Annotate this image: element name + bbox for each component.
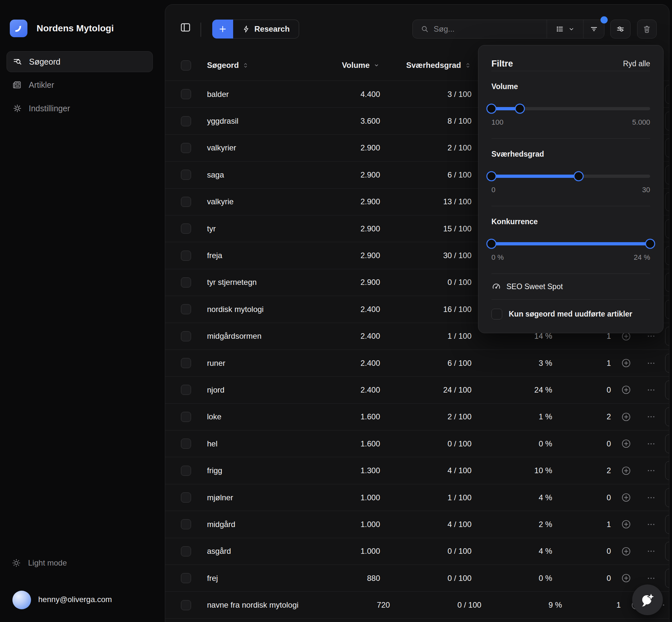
row-menu-button[interactable]	[641, 439, 661, 448]
add-article-button[interactable]	[611, 412, 641, 422]
user-avatar[interactable]	[12, 591, 31, 609]
table-row: runer 2.400 6 / 100 3 % 1	[165, 350, 669, 377]
row-edge-button[interactable]	[665, 569, 669, 588]
row-menu-button[interactable]	[641, 493, 661, 502]
theme-toggle[interactable]: Light mode	[12, 558, 67, 567]
column-header-volume[interactable]: Volume	[289, 61, 380, 70]
row-checkbox[interactable]	[181, 331, 191, 341]
slider-min-label: 0	[491, 186, 495, 194]
row-edge-button[interactable]	[665, 434, 669, 453]
row-checkbox[interactable]	[181, 197, 191, 207]
row-edge-button[interactable]	[665, 246, 669, 265]
sort-both-icon	[242, 62, 249, 69]
volume-cell: 2.400	[289, 385, 380, 394]
assistant-button[interactable]	[632, 584, 663, 615]
row-menu-button[interactable]	[641, 359, 661, 368]
row-edge-button[interactable]	[665, 327, 669, 346]
row-edge-button[interactable]	[665, 273, 669, 292]
display-settings-button[interactable]	[610, 20, 631, 38]
row-edge-button[interactable]	[665, 300, 669, 319]
row-menu-button[interactable]	[641, 466, 661, 475]
row-checkbox[interactable]	[181, 519, 191, 529]
row-edge-button[interactable]	[665, 112, 669, 131]
ellipsis-icon	[646, 547, 656, 556]
sidebar-item-articles[interactable]: Artikler	[6, 74, 153, 95]
add-article-button[interactable]	[611, 492, 641, 503]
difficulty-cell: 6 / 100	[380, 359, 472, 368]
slider-knob-min[interactable]	[486, 171, 497, 181]
search-input[interactable]	[434, 25, 547, 34]
competition-cell: 9 %	[481, 600, 562, 610]
select-all-checkbox[interactable]	[181, 60, 191, 70]
plus-circle-icon	[621, 546, 631, 556]
row-checkbox[interactable]	[181, 439, 191, 449]
row-checkbox[interactable]	[181, 600, 191, 610]
row-checkbox[interactable]	[181, 304, 191, 314]
column-header-difficulty[interactable]: Sværhedsgrad	[380, 61, 472, 70]
view-mode-button[interactable]	[547, 20, 583, 38]
row-checkbox[interactable]	[181, 170, 191, 180]
row-edge-button[interactable]	[665, 354, 669, 373]
column-header-keyword[interactable]: Søgeord	[207, 61, 289, 70]
row-checkbox[interactable]	[181, 358, 191, 368]
row-menu-button[interactable]	[641, 520, 661, 529]
slider-knob-min[interactable]	[486, 239, 497, 249]
row-checkbox[interactable]	[181, 412, 191, 422]
row-edge-button[interactable]	[665, 488, 669, 507]
sidebar-item-label: Søgeord	[29, 57, 60, 67]
row-menu-button[interactable]	[641, 574, 661, 583]
add-article-button[interactable]	[611, 358, 641, 368]
volume-cell: 880	[289, 574, 380, 583]
row-checkbox[interactable]	[181, 116, 191, 126]
filter-button[interactable]	[583, 20, 604, 38]
row-checkbox[interactable]	[181, 466, 191, 476]
row-checkbox[interactable]	[181, 492, 191, 503]
unwritten-articles-checkbox[interactable]	[491, 309, 502, 319]
row-edge-button[interactable]	[665, 192, 669, 211]
add-article-button[interactable]	[611, 385, 641, 395]
slider-knob-max[interactable]	[645, 239, 655, 249]
slider-knob-max[interactable]	[515, 103, 525, 113]
research-button[interactable]: Research	[233, 20, 299, 38]
sidebar-toggle-button[interactable]	[180, 21, 193, 34]
row-checkbox[interactable]	[181, 89, 191, 99]
row-checkbox[interactable]	[181, 223, 191, 234]
row-edge-button[interactable]	[665, 85, 669, 104]
row-checkbox[interactable]	[181, 251, 191, 261]
row-menu-button[interactable]	[641, 547, 661, 556]
sidebar-item-settings[interactable]: Indstillinger	[6, 98, 153, 119]
row-menu-button[interactable]	[641, 412, 661, 421]
row-edge-button[interactable]	[665, 515, 669, 534]
add-keyword-button[interactable]	[212, 20, 233, 38]
row-menu-button[interactable]	[641, 385, 661, 394]
clear-all-filters-button[interactable]: Ryd alle	[623, 59, 650, 68]
plus-circle-icon	[621, 573, 631, 583]
row-checkbox[interactable]	[181, 385, 191, 395]
sidebar-item-keywords[interactable]: Søgeord	[6, 51, 153, 72]
row-checkbox[interactable]	[181, 143, 191, 153]
add-article-button[interactable]	[611, 573, 641, 583]
add-article-button[interactable]	[611, 519, 641, 529]
row-edge-button[interactable]	[665, 219, 669, 238]
row-checkbox[interactable]	[181, 546, 191, 556]
row-edge-button[interactable]	[665, 407, 669, 426]
row-edge-button[interactable]	[665, 461, 669, 480]
slider-knob-min[interactable]	[486, 103, 497, 113]
row-edge-button[interactable]	[665, 542, 669, 561]
sliders-icon	[616, 25, 625, 34]
delete-button[interactable]	[637, 20, 657, 38]
row-edge-button[interactable]	[665, 138, 669, 157]
row-checkbox[interactable]	[181, 573, 191, 583]
add-article-button[interactable]	[611, 439, 641, 449]
plus-circle-icon	[621, 439, 631, 449]
add-article-button[interactable]	[611, 546, 641, 556]
row-edge-button[interactable]	[665, 381, 669, 400]
theme-toggle-label: Light mode	[28, 558, 67, 567]
row-checkbox[interactable]	[181, 277, 191, 287]
filter-slider-label: Volume	[491, 82, 650, 91]
seo-sweet-spot-button[interactable]: SEO Sweet Spot	[491, 274, 650, 299]
row-edge-button[interactable]	[665, 166, 669, 184]
filter-panel-title: Filtre	[491, 59, 513, 69]
add-article-button[interactable]	[611, 466, 641, 476]
slider-knob-max[interactable]	[574, 171, 584, 181]
